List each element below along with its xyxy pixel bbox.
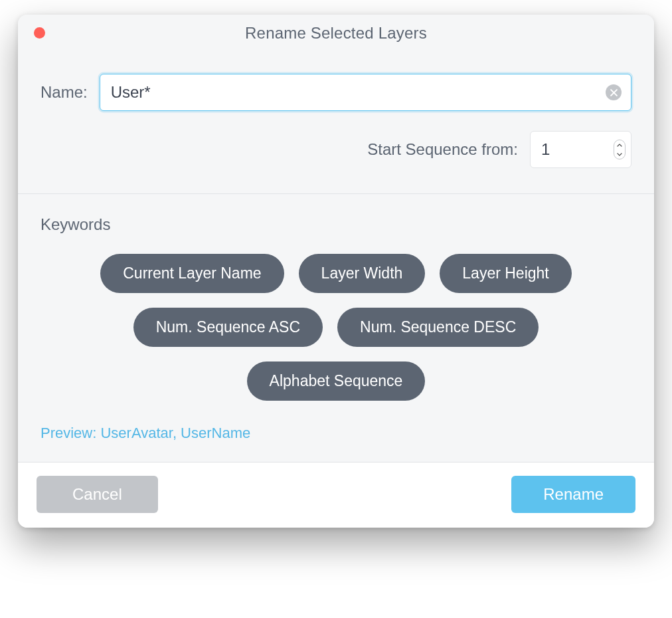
- sequence-input-wrap[interactable]: [530, 131, 631, 168]
- titlebar: Rename Selected Layers: [18, 15, 654, 51]
- keyword-pill-num-sequence-asc[interactable]: Num. Sequence ASC: [133, 308, 323, 347]
- keyword-pill-current-layer-name[interactable]: Current Layer Name: [100, 254, 284, 293]
- keywords-section: Keywords Current Layer Name Layer Width …: [18, 194, 654, 462]
- sequence-label: Start Sequence from:: [367, 140, 518, 159]
- name-label: Name:: [41, 83, 88, 102]
- name-input[interactable]: [111, 83, 596, 102]
- chevron-up-icon: [617, 144, 622, 147]
- close-window-icon[interactable]: [34, 27, 45, 39]
- stepper-up-button[interactable]: [614, 140, 625, 150]
- content-top: Name: Start Sequence from:: [18, 51, 654, 194]
- keyword-pill-alphabet-sequence[interactable]: Alphabet Sequence: [247, 361, 426, 401]
- stepper-down-button[interactable]: [614, 150, 625, 159]
- clear-input-icon[interactable]: [606, 84, 622, 100]
- name-row: Name:: [41, 74, 631, 111]
- sequence-input[interactable]: [541, 140, 611, 159]
- name-input-wrap[interactable]: [100, 74, 631, 111]
- dialog-footer: Cancel Rename: [18, 462, 654, 528]
- sequence-stepper: [614, 140, 626, 159]
- keywords-label: Keywords: [41, 215, 631, 234]
- cancel-button[interactable]: Cancel: [37, 476, 158, 513]
- keyword-pills-container: Current Layer Name Layer Width Layer Hei…: [41, 254, 631, 401]
- keyword-pill-num-sequence-desc[interactable]: Num. Sequence DESC: [337, 308, 539, 347]
- keyword-pill-layer-width[interactable]: Layer Width: [299, 254, 426, 293]
- sequence-row: Start Sequence from:: [41, 131, 631, 168]
- chevron-down-icon: [617, 153, 622, 156]
- rename-layers-dialog: Rename Selected Layers Name: Start Seque…: [18, 15, 654, 528]
- rename-button[interactable]: Rename: [511, 476, 635, 513]
- x-icon: [610, 89, 618, 96]
- dialog-title: Rename Selected Layers: [245, 24, 427, 43]
- keyword-pill-layer-height[interactable]: Layer Height: [440, 254, 571, 293]
- preview-text: Preview: UserAvatar, UserName: [41, 425, 631, 442]
